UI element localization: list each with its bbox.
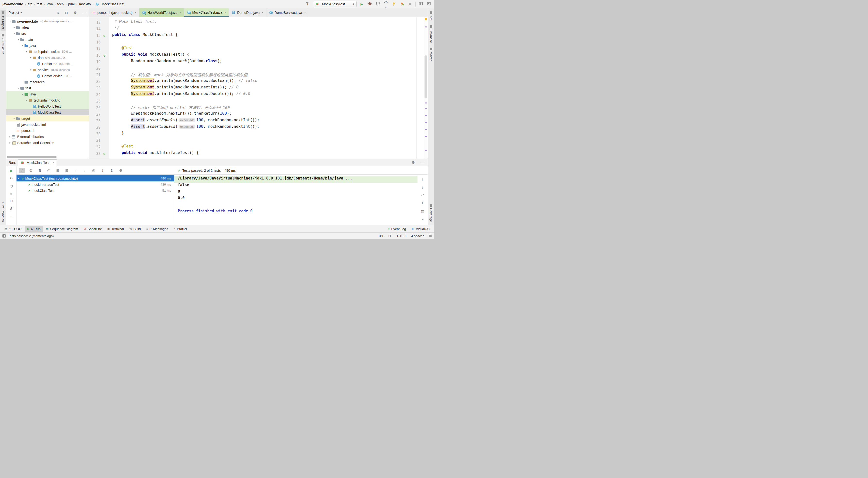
close-tab-icon[interactable]: ×	[134, 11, 136, 14]
tool-stripe-coverage[interactable]: Coverage	[428, 202, 434, 223]
tree-row[interactable]: DemoDao0% met...	[6, 61, 89, 67]
tree-row[interactable]: MockClassTest	[6, 109, 89, 115]
line-separator-widget[interactable]: LF	[388, 234, 392, 238]
encoding-widget[interactable]: UTF-8	[397, 234, 406, 238]
tree-row[interactable]: DemoService100...	[6, 73, 89, 79]
tree-row[interactable]: ▾dao0% classes, 0...	[6, 55, 89, 61]
caret-position-widget[interactable]: 3:1	[379, 234, 383, 238]
tree-row[interactable]: ▾src	[6, 30, 89, 36]
editor-tab[interactable]: HelloWorldTest.java×	[140, 8, 184, 17]
expand-all-button[interactable]: ⊞	[55, 168, 61, 173]
tool-tab-todo[interactable]: ▤6: TODO	[2, 226, 24, 232]
tool-tab-profiler[interactable]: ◔Profiler	[171, 226, 190, 232]
locate-file-button[interactable]: ⊕	[55, 10, 61, 15]
show-coverage-button[interactable]: $	[8, 206, 14, 211]
tool-tab-event-log[interactable]: ●Event Log	[386, 226, 408, 232]
tree-row[interactable]: ▾service100% classes	[6, 67, 89, 73]
horizontal-scrollbar[interactable]	[7, 156, 57, 158]
tree-row[interactable]: ▾java-mockito~/pdai/www/java-moc...	[6, 18, 89, 24]
rerun-button[interactable]: ▶	[8, 168, 14, 173]
tree-row[interactable]: resources	[6, 79, 89, 85]
error-stripe[interactable]	[424, 17, 428, 159]
chevron-down-icon[interactable]: ▾	[21, 11, 22, 14]
sort-alphabetically-button[interactable]: ⇅	[37, 168, 43, 173]
close-run-tab-icon[interactable]: ×	[53, 161, 54, 165]
tool-tab-messages[interactable]: ≡0: Messages	[144, 226, 171, 232]
breadcrumb-item[interactable]: MockClassTest	[95, 2, 124, 6]
tree-row[interactable]: ▾main	[6, 36, 89, 42]
test-history-button[interactable]: ◎	[91, 168, 97, 173]
test-settings-button[interactable]: ⚙	[118, 168, 124, 173]
breadcrumb-item[interactable]: src	[28, 2, 32, 6]
panel-title[interactable]: Project	[8, 11, 19, 14]
tree-caret[interactable]: ▾	[21, 44, 24, 47]
more-console-actions-button[interactable]: »	[420, 216, 426, 222]
fullscreen-button[interactable]	[426, 1, 432, 6]
lock-icon[interactable]	[429, 235, 432, 237]
tree-row[interactable]: ▾test	[6, 85, 89, 91]
show-ignored-button[interactable]: ⊘	[28, 168, 34, 173]
import-test-results-button[interactable]: ↧	[100, 168, 106, 173]
run-console[interactable]: /Library/Java/JavaVirtualMachines/jdk1.8…	[175, 175, 417, 225]
tree-row[interactable]: ▾tech.pdai.mockito	[6, 97, 89, 103]
scroll-to-end-button[interactable]: ↧	[420, 200, 426, 206]
tree-caret[interactable]: ▸	[12, 26, 16, 29]
tool-tab-build[interactable]: ⚒Build	[127, 226, 143, 232]
tool-tab-sequence-diagram[interactable]: ⇆Sequence Diagram	[44, 226, 81, 232]
thread-dump-button[interactable]: ⊡	[8, 198, 14, 204]
editor-tab[interactable]: DemoDao.java×	[229, 8, 267, 17]
run-test-gutter-icon[interactable]: ↻	[100, 34, 108, 38]
test-tree-row[interactable]: ✓mockInterfaceTest439 ms	[17, 181, 174, 187]
stop-button[interactable]: ■	[8, 191, 14, 196]
tree-row[interactable]: ▸.idea	[6, 24, 89, 30]
tree-row[interactable]: ▸target	[6, 115, 89, 121]
editor-tab[interactable]: pom.xml (java-mockito)×	[89, 8, 140, 17]
tree-caret[interactable]: ▾	[21, 93, 24, 95]
tree-row[interactable]: HelloWorldTest	[6, 103, 89, 109]
next-failed-test-button[interactable]: ↓	[82, 168, 88, 173]
tree-caret[interactable]: ▸	[8, 141, 12, 144]
export-test-results-button[interactable]: ↥	[109, 168, 115, 173]
run-with-profiler-button[interactable]: ▾	[383, 0, 389, 9]
soft-wrap-button[interactable]: ↩	[420, 192, 426, 198]
previous-failed-test-button[interactable]: ↑	[73, 168, 79, 173]
tree-caret[interactable]: ▾	[25, 99, 28, 101]
tool-tab-terminal[interactable]: ▣Terminal	[105, 226, 126, 232]
editor-code[interactable]: * Mock Class Test. */public class MockCl…	[109, 17, 424, 159]
run-test-gutter-icon[interactable]: ↻	[100, 152, 108, 156]
close-tab-icon[interactable]: ×	[224, 10, 226, 14]
hide-run-panel-button[interactable]: —	[420, 160, 426, 165]
run-anything-button[interactable]	[399, 1, 405, 6]
tree-caret[interactable]: ▾	[8, 20, 12, 23]
tree-caret[interactable]: ▸	[8, 135, 12, 138]
run-settings-gear-button[interactable]: ⚙	[410, 160, 416, 165]
window-layout-button[interactable]	[418, 1, 424, 6]
more-actions-button[interactable]: »	[8, 213, 14, 218]
stop-button[interactable]: ■	[407, 2, 413, 6]
tree-caret[interactable]: ▾	[17, 38, 20, 41]
tree-row[interactable]: ▸External Libraries	[6, 133, 89, 140]
tool-tab-run[interactable]: ▶4: Run	[25, 226, 43, 232]
tree-row[interactable]: ▾tech.pdai.mockito50% ...	[6, 49, 89, 55]
rerun-failed-tests-button[interactable]: ↻	[8, 176, 14, 181]
tree-caret[interactable]: ▾	[12, 32, 16, 35]
close-tab-icon[interactable]: ×	[179, 11, 181, 14]
print-button[interactable]: ▤	[420, 208, 426, 214]
close-tab-icon[interactable]: ×	[304, 11, 306, 14]
hide-panel-button[interactable]: —	[81, 10, 87, 15]
tree-row[interactable]: ▾java	[6, 91, 89, 97]
debug-button[interactable]	[367, 1, 373, 7]
breadcrumb-item[interactable]: tech	[57, 2, 64, 6]
tree-row[interactable]: pom.xml	[6, 127, 89, 133]
tool-stripe-structure[interactable]: 7: Structure	[0, 32, 6, 56]
tool-tab-sonarlint[interactable]: ⊘SonarLint	[81, 226, 104, 232]
collapse-all-button[interactable]: ⊟	[64, 10, 69, 15]
run-button[interactable]: ▶	[359, 2, 365, 6]
tree-caret[interactable]: ▾	[29, 56, 33, 59]
tree-caret[interactable]: ▾	[25, 50, 28, 53]
breadcrumb-item[interactable]: test	[37, 2, 42, 6]
tree-row[interactable]: ▾java	[6, 42, 89, 49]
editor-scrollbar-thumb[interactable]	[425, 55, 427, 98]
editor-tab[interactable]: MockClassTest.java×	[184, 8, 229, 17]
scroll-up-button[interactable]: ↑	[420, 176, 426, 182]
